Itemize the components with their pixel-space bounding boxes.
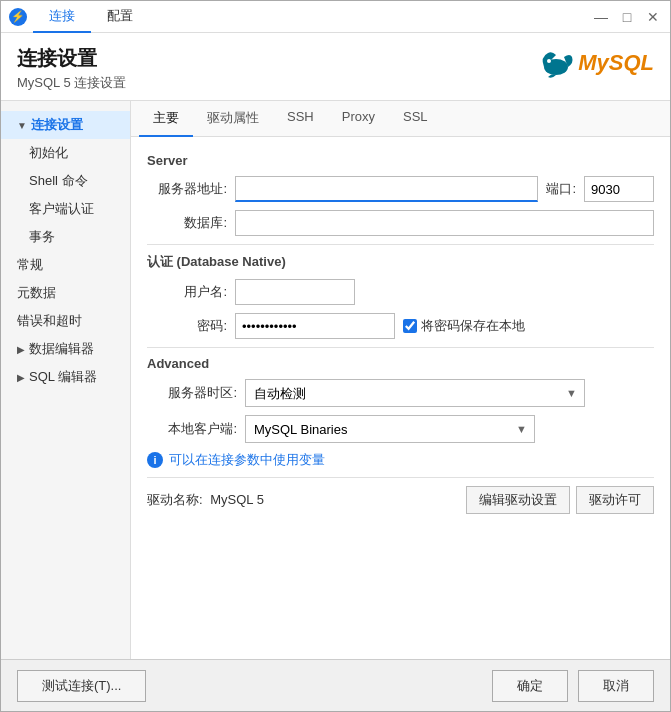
sidebar-item-client-auth[interactable]: 客户端认证	[1, 195, 130, 223]
sidebar-section: ▼ 连接设置 初始化 Shell 命令 客户端认证 事务 常规	[1, 111, 130, 391]
timezone-row: 服务器时区: 自动检测 UTC Asia/Shanghai ▼	[147, 379, 654, 407]
footer-right: 确定 取消	[492, 670, 654, 702]
server-address-input[interactable]	[235, 176, 538, 202]
database-label: 数据库:	[147, 214, 227, 232]
mysql-logo: MySQL	[536, 45, 654, 81]
save-password-label: 将密码保存在本地	[421, 317, 525, 335]
port-label: 端口:	[546, 180, 576, 198]
database-input[interactable]	[235, 210, 654, 236]
divider-1	[147, 244, 654, 245]
sidebar-item-transaction[interactable]: 事务	[1, 223, 130, 251]
cancel-button[interactable]: 取消	[578, 670, 654, 702]
sidebar: ▼ 连接设置 初始化 Shell 命令 客户端认证 事务 常规	[1, 101, 131, 659]
titlebar: ⚡ 连接 配置 — □ ✕	[1, 1, 670, 33]
password-input[interactable]	[235, 313, 395, 339]
maximize-button[interactable]: □	[618, 8, 636, 26]
timezone-select-wrap: 自动检测 UTC Asia/Shanghai ▼	[245, 379, 585, 407]
divider-2	[147, 347, 654, 348]
password-row: 密码: 将密码保存在本地	[147, 313, 654, 339]
tab-proxy[interactable]: Proxy	[328, 101, 389, 137]
footer-left: 测试连接(T)...	[17, 670, 492, 702]
tab-ssl[interactable]: SSL	[389, 101, 442, 137]
server-address-label: 服务器地址:	[147, 180, 227, 198]
info-icon: i	[147, 452, 163, 468]
tab-main[interactable]: 主要	[139, 101, 193, 137]
sidebar-item-metadata[interactable]: 元数据	[1, 279, 130, 307]
server-section-label: Server	[147, 153, 654, 168]
close-button[interactable]: ✕	[644, 8, 662, 26]
driver-row: 驱动名称: MySQL 5 编辑驱动设置 驱动许可	[147, 477, 654, 514]
port-input[interactable]	[584, 176, 654, 202]
test-connection-button[interactable]: 测试连接(T)...	[17, 670, 146, 702]
header: 连接设置 MySQL 5 连接设置 MySQL	[1, 33, 670, 101]
arrow-icon-sql: ▶	[17, 372, 25, 383]
svg-point-1	[547, 59, 551, 63]
titlebar-tabs: 连接 配置	[33, 1, 592, 33]
auth-section-label: 认证 (Database Native)	[147, 253, 654, 271]
header-title: 连接设置	[17, 45, 126, 72]
arrow-icon: ▼	[17, 120, 27, 131]
sidebar-item-general[interactable]: 常规	[1, 251, 130, 279]
username-label: 用户名:	[147, 283, 227, 301]
client-select[interactable]: MySQL Binaries Native	[245, 415, 535, 443]
timezone-select[interactable]: 自动检测 UTC Asia/Shanghai	[245, 379, 585, 407]
sidebar-item-shell[interactable]: Shell 命令	[1, 167, 130, 195]
client-row: 本地客户端: MySQL Binaries Native ▼	[147, 415, 654, 443]
advanced-section-label: Advanced	[147, 356, 654, 371]
server-address-row: 服务器地址: 端口:	[147, 176, 654, 202]
tab-ssh[interactable]: SSH	[273, 101, 328, 137]
sidebar-item-connection-settings[interactable]: ▼ 连接设置	[1, 111, 130, 139]
edit-driver-button[interactable]: 编辑驱动设置	[466, 486, 570, 514]
client-label: 本地客户端:	[147, 420, 237, 438]
mysql-logo-text: MySQL	[578, 50, 654, 76]
header-text: 连接设置 MySQL 5 连接设置	[17, 45, 126, 92]
main-window: ⚡ 连接 配置 — □ ✕ 连接设置 MySQL 5 连接设置	[0, 0, 671, 712]
driver-buttons: 编辑驱动设置 驱动许可	[466, 486, 654, 514]
ok-button[interactable]: 确定	[492, 670, 568, 702]
titlebar-tab-connect[interactable]: 连接	[33, 1, 91, 33]
main-content: ▼ 连接设置 初始化 Shell 命令 客户端认证 事务 常规	[1, 101, 670, 659]
arrow-icon-data: ▶	[17, 344, 25, 355]
save-password-checkbox[interactable]	[403, 319, 417, 333]
mysql-dolphin-icon	[536, 45, 576, 81]
password-label: 密码:	[147, 317, 227, 335]
minimize-button[interactable]: —	[592, 8, 610, 26]
allow-driver-button[interactable]: 驱动许可	[576, 486, 654, 514]
titlebar-controls: — □ ✕	[592, 8, 662, 26]
username-input[interactable]	[235, 279, 355, 305]
client-select-wrap: MySQL Binaries Native ▼	[245, 415, 535, 443]
info-text: 可以在连接参数中使用变量	[169, 451, 325, 469]
database-row: 数据库:	[147, 210, 654, 236]
sidebar-item-error-timeout[interactable]: 错误和超时	[1, 307, 130, 335]
info-row: i 可以在连接参数中使用变量	[147, 451, 654, 469]
tab-driver-props[interactable]: 驱动属性	[193, 101, 273, 137]
titlebar-tab-config[interactable]: 配置	[91, 1, 149, 33]
save-password-group: 将密码保存在本地	[403, 317, 525, 335]
tab-bar: 主要 驱动属性 SSH Proxy SSL	[131, 101, 670, 137]
sidebar-item-init[interactable]: 初始化	[1, 139, 130, 167]
username-row: 用户名:	[147, 279, 654, 305]
header-subtitle: MySQL 5 连接设置	[17, 74, 126, 92]
sidebar-item-sql-editor[interactable]: ▶ SQL 编辑器	[1, 363, 130, 391]
form-content: Server 服务器地址: 端口: 数据库: 认证 (Database Nati…	[131, 137, 670, 659]
app-icon: ⚡	[9, 8, 27, 26]
right-panel: 主要 驱动属性 SSH Proxy SSL Server 服务器地址: 端口:	[131, 101, 670, 659]
timezone-label: 服务器时区:	[147, 384, 237, 402]
driver-name-label: 驱动名称: MySQL 5	[147, 491, 264, 509]
footer: 测试连接(T)... 确定 取消	[1, 659, 670, 711]
password-group: 将密码保存在本地	[235, 313, 525, 339]
sidebar-item-data-editor[interactable]: ▶ 数据编辑器	[1, 335, 130, 363]
